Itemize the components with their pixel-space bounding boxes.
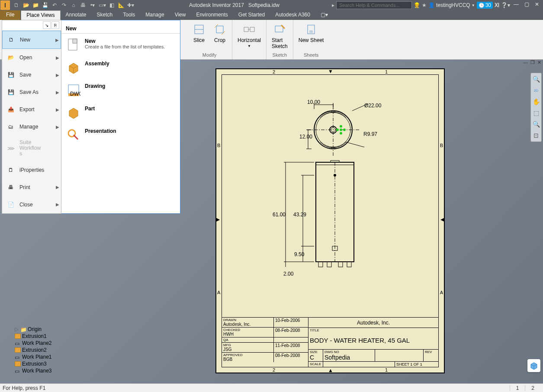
file-item-iproperties[interactable]: 🗒 iProperties xyxy=(2,161,61,179)
file-item-print-label: Print xyxy=(19,184,30,190)
drawing-sheet[interactable]: 2 1 2 1 B B A A ▼ ▲ ▶ ◀ xyxy=(215,68,445,373)
signin-icon[interactable]: 👷 xyxy=(414,2,420,8)
user-name: testingHVCCQ xyxy=(436,2,470,8)
horizontal-button[interactable]: Horizontal▼ xyxy=(236,22,263,49)
qat-open2-icon[interactable]: 📁 xyxy=(32,2,39,9)
file-item-open[interactable]: 📂 Open ▶ xyxy=(2,49,61,66)
tab-extra[interactable]: ▢▾ xyxy=(315,10,333,20)
tab-annotate[interactable]: Annotate xyxy=(61,10,92,20)
panel-new-desc: Create a file from the list of templates… xyxy=(85,44,165,49)
slice-button[interactable]: Slice xyxy=(190,22,208,44)
slice-icon xyxy=(192,22,206,36)
qat-undo-icon[interactable]: ↶ xyxy=(51,2,58,9)
qat-print-icon[interactable]: 🖶 xyxy=(80,2,87,9)
hdr-icon1[interactable]: ↘ xyxy=(43,21,51,29)
help-icon[interactable]: ❔▾ xyxy=(501,2,510,8)
qat-mat1-icon[interactable]: ▭▾ xyxy=(99,2,106,9)
hdr-icon2[interactable]: ⎘ xyxy=(51,21,59,29)
qat-home-icon[interactable]: ⌂ xyxy=(70,2,77,9)
maximize-button[interactable]: ▢ xyxy=(522,1,531,9)
minimize-button[interactable]: — xyxy=(512,1,521,9)
star-icon[interactable]: ★ xyxy=(422,2,427,8)
qat-new-icon[interactable]: 🗋 xyxy=(13,2,20,9)
file-item-new[interactable]: 🗋 New ▶ xyxy=(2,31,61,49)
file-item-iproperties-label: iProperties xyxy=(19,167,44,173)
file-item-saveas[interactable]: 💾 Save As ▶ xyxy=(2,84,61,101)
svg-rect-2 xyxy=(216,26,223,33)
svg-rect-47 xyxy=(327,262,331,267)
panel-item-part[interactable]: Part xyxy=(61,101,180,124)
svg-point-27 xyxy=(340,132,342,135)
zoom-in-icon[interactable]: 🔍 xyxy=(532,120,540,129)
file-menu-button[interactable]: File xyxy=(0,10,21,20)
qat-open-icon[interactable]: 📂 xyxy=(22,2,29,9)
crop-button[interactable]: Crop xyxy=(211,22,228,44)
tree-item[interactable]: Extrusion3 xyxy=(2,360,101,367)
titlebar: I 🗋 📂 📁 💾 ↶ ↷ ⌂ 🖶 •▾ ▭▾ ◧ 📐 ✚▾ Autodesk … xyxy=(0,0,543,10)
file-item-manage[interactable]: 🗂 Manage ▶ xyxy=(2,118,61,135)
start-sketch-label: StartSketch xyxy=(272,37,288,49)
tab-sketch[interactable]: Sketch xyxy=(92,10,118,20)
menubar: File Place Views Annotate Sketch Tools M… xyxy=(0,10,543,20)
tree-item[interactable]: ▭Work Plane2 xyxy=(2,340,101,347)
drawing-icon: DWG xyxy=(67,83,80,97)
svg-rect-3 xyxy=(244,27,248,32)
exchange-icon[interactable]: Ⅺ xyxy=(495,2,499,8)
close-button[interactable]: ✕ xyxy=(533,1,541,9)
tree-item[interactable]: ▭Work Plane3 xyxy=(2,367,101,374)
file-menu-left: ↘ ⎘ 🗋 New ▶ 📂 Open ▶ 💾 Save ▶ 💾 Save As … xyxy=(2,20,61,214)
file-item-print[interactable]: 🖶 Print ▶ xyxy=(2,179,61,196)
file-item-export[interactable]: 📤 Export ▶ xyxy=(2,101,61,118)
user-account[interactable]: 👤 testingHVCCQ ▼ xyxy=(428,2,475,8)
tab-get-started[interactable]: Get Started xyxy=(233,10,270,20)
pan-icon[interactable]: ✋ xyxy=(532,97,540,106)
assembly-icon xyxy=(67,61,80,74)
zoom-all-icon[interactable]: 🔍 xyxy=(532,75,540,84)
ribbon-group-modify-label: Modify xyxy=(190,51,228,58)
zoom-fit-icon[interactable]: ⊡ xyxy=(532,131,540,140)
qat-plus-icon[interactable]: ✚▾ xyxy=(127,2,134,9)
trial-badge[interactable]: 🕓30 xyxy=(477,2,493,9)
panel-presentation-title: Presentation xyxy=(85,128,116,134)
viewcube-button[interactable] xyxy=(527,359,540,372)
doc-close[interactable]: ✕ xyxy=(537,60,542,65)
app-logo: I xyxy=(0,0,10,10)
status-page-2[interactable]: 2 xyxy=(525,385,540,391)
tab-manage[interactable]: Manage xyxy=(140,10,169,20)
panel-item-drawing[interactable]: DWG Drawing xyxy=(61,79,180,101)
chevron-right-icon[interactable]: ▸ xyxy=(332,2,334,8)
panel-item-presentation[interactable]: Presentation xyxy=(61,124,180,146)
file-item-close-label: Close xyxy=(19,202,33,208)
panel-item-new[interactable]: New Create a file from the list of templ… xyxy=(61,34,180,56)
qat-mat2-icon[interactable]: ◧ xyxy=(108,2,115,9)
tab-a360[interactable]: Autodesk A360 xyxy=(270,10,315,20)
qat-dot-icon[interactable]: •▾ xyxy=(89,2,96,9)
tab-environments[interactable]: Environments xyxy=(191,10,233,20)
file-item-close[interactable]: 📄 Close ▶ xyxy=(2,196,61,213)
doc-minimize[interactable]: — xyxy=(522,60,529,65)
qat-measure-icon[interactable]: 📐 xyxy=(118,2,125,9)
tree-item[interactable]: Extrusion4 xyxy=(2,374,101,375)
model-browser[interactable]: ▷📁Origin Extrusion1 ▭Work Plane2 Extrusi… xyxy=(2,326,101,375)
tab-place-views[interactable]: Place Views xyxy=(21,10,60,20)
svg-point-44 xyxy=(334,174,336,177)
doc-restore[interactable]: ❐ xyxy=(530,60,536,65)
qat-redo-icon[interactable]: ↷ xyxy=(61,2,67,9)
file-item-save[interactable]: 💾 Save ▶ xyxy=(2,66,61,84)
tree-item[interactable]: Extrusion1 xyxy=(2,333,101,340)
tab-tools[interactable]: Tools xyxy=(118,10,140,20)
zoom-window-icon[interactable]: ⬚ xyxy=(532,109,540,117)
file-item-suite[interactable]: ⋙ SuiteWorkflows xyxy=(2,135,61,161)
tree-item[interactable]: ▷📁Origin xyxy=(2,326,101,333)
svg-rect-4 xyxy=(250,27,254,32)
tree-item[interactable]: ▭Work Plane1 xyxy=(2,353,101,360)
start-sketch-button[interactable]: StartSketch xyxy=(270,22,289,50)
help-search-input[interactable] xyxy=(336,1,412,9)
tab-view[interactable]: View xyxy=(170,10,191,20)
status-page-1[interactable]: 1 xyxy=(510,385,525,391)
tree-item[interactable]: Extrusion2 xyxy=(2,347,101,353)
chevron-right-icon: ▶ xyxy=(56,55,59,60)
panel-item-assembly[interactable]: Assembly xyxy=(61,56,180,79)
qat-save-icon[interactable]: 💾 xyxy=(42,2,48,9)
new-sheet-button[interactable]: New Sheet xyxy=(297,22,326,44)
